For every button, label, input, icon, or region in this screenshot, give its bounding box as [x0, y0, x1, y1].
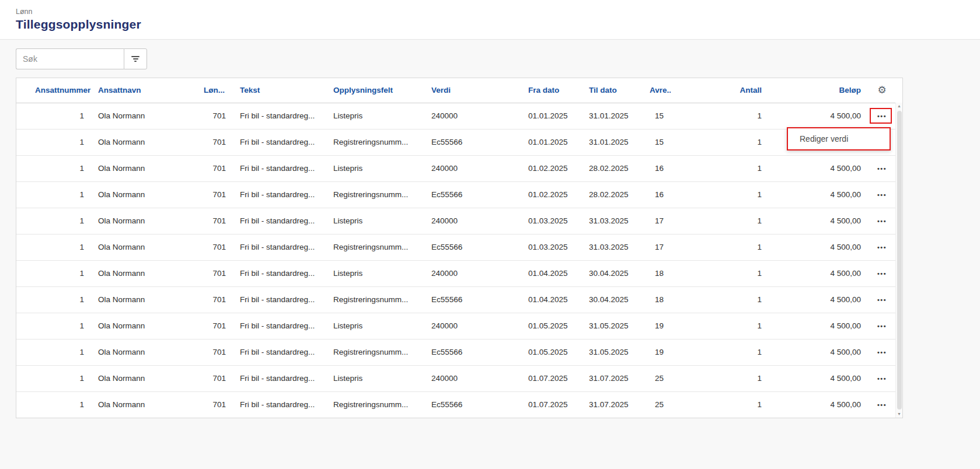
row-actions-button[interactable]: [874, 400, 890, 410]
cell-ansattnavn: Ola Normann: [91, 286, 197, 313]
row-actions-button[interactable]: [874, 111, 890, 121]
cell-opplysningsfelt: Listepris: [326, 103, 424, 129]
ellipsis-icon: [877, 164, 887, 173]
gear-icon[interactable]: [877, 86, 886, 95]
cell-verdi: 240000: [424, 365, 521, 391]
cell-ansattnavn: Ola Normann: [91, 129, 197, 155]
cell-actions: [868, 208, 896, 234]
row-actions-button[interactable]: [874, 295, 890, 304]
cell-verdi: 240000: [424, 208, 521, 234]
column-header-fra_dato[interactable]: Fra dato: [521, 78, 582, 103]
cell-fra_dato: 01.07.2025: [521, 365, 582, 391]
filter-button[interactable]: [124, 48, 147, 69]
column-header-avregning[interactable]: Avre...: [643, 78, 671, 103]
cell-fra_dato: 01.07.2025: [521, 391, 582, 418]
row-actions-button[interactable]: [874, 347, 890, 357]
cell-opplysningsfelt: Registreringsnumm...: [326, 339, 424, 365]
context-menu-item-rediger-verdi[interactable]: Rediger verdi: [788, 134, 890, 144]
ellipsis-icon: [877, 190, 887, 199]
scroll-up-icon[interactable]: [897, 103, 901, 110]
scroll-down-icon[interactable]: [897, 411, 901, 418]
cell-lonnsart: 701: [197, 129, 233, 155]
row-actions-button[interactable]: [874, 190, 890, 200]
cell-ansattnummer: 1: [16, 313, 91, 339]
data-table: AnsattnummerAnsattnavnLøn...TekstOpplysn…: [16, 78, 903, 418]
table-row: 1Ola Normann701Fri bil - standardreg...R…: [16, 129, 896, 155]
cell-fra_dato: 01.03.2025: [521, 234, 582, 260]
cell-verdi: Ec55566: [424, 129, 521, 155]
ellipsis-icon: [877, 295, 887, 304]
column-header-belop[interactable]: Beløp: [769, 78, 868, 103]
column-header-tekst[interactable]: Tekst: [233, 78, 326, 103]
ellipsis-icon: [877, 374, 887, 383]
cell-tekst: Fri bil - standardreg...: [233, 365, 326, 391]
row-actions-button[interactable]: [874, 242, 890, 252]
cell-lonnsart: 701: [197, 208, 233, 234]
cell-verdi: 240000: [424, 260, 521, 286]
table-row: 1Ola Normann701Fri bil - standardreg...R…: [16, 286, 896, 313]
cell-opplysningsfelt: Registreringsnumm...: [326, 286, 424, 313]
cell-lonnsart: 701: [197, 339, 233, 365]
cell-til_dato: 31.03.2025: [582, 234, 643, 260]
page-title: Tilleggsopplysninger: [16, 18, 980, 32]
table-scrollbar[interactable]: [895, 103, 902, 418]
cell-avregning: 18: [643, 260, 671, 286]
cell-antall: 1: [671, 391, 769, 418]
cell-ansattnavn: Ola Normann: [91, 260, 197, 286]
cell-avregning: 15: [643, 103, 671, 129]
column-header-ansattnummer[interactable]: Ansattnummer: [16, 78, 91, 103]
cell-fra_dato: 01.05.2025: [521, 313, 582, 339]
column-header-opplysningsfelt[interactable]: Opplysningsfelt: [326, 78, 424, 103]
cell-til_dato: 31.07.2025: [582, 391, 643, 418]
cell-actions: [868, 365, 896, 391]
column-header-til_dato[interactable]: Til dato: [582, 78, 643, 103]
ellipsis-icon: [877, 348, 887, 356]
cell-tekst: Fri bil - standardreg...: [233, 313, 326, 339]
column-header-ansattnavn[interactable]: Ansattnavn: [91, 78, 197, 103]
cell-antall: 1: [671, 234, 769, 260]
cell-ansattnummer: 1: [16, 208, 91, 234]
row-actions-button[interactable]: [874, 321, 890, 331]
cell-avregning: 17: [643, 208, 671, 234]
cell-actions: [868, 103, 896, 129]
cell-tekst: Fri bil - standardreg...: [233, 155, 326, 181]
cell-fra_dato: 01.02.2025: [521, 181, 582, 208]
cell-ansattnavn: Ola Normann: [91, 208, 197, 234]
column-header-lonnsart[interactable]: Løn...: [197, 78, 233, 103]
cell-avregning: 17: [643, 234, 671, 260]
cell-fra_dato: 01.01.2025: [521, 129, 582, 155]
cell-belop: 4 500,00: [769, 286, 868, 313]
cell-ansattnummer: 1: [16, 286, 91, 313]
cell-opplysningsfelt: Registreringsnumm...: [326, 391, 424, 418]
cell-ansattnummer: 1: [16, 339, 91, 365]
scrollbar-thumb[interactable]: [897, 111, 902, 410]
cell-fra_dato: 01.01.2025: [521, 103, 582, 129]
cell-til_dato: 31.07.2025: [582, 365, 643, 391]
cell-belop: 4 500,00: [769, 181, 868, 208]
cell-antall: 1: [671, 313, 769, 339]
cell-fra_dato: 01.03.2025: [521, 208, 582, 234]
page-header: Lønn Tilleggsopplysninger: [0, 0, 980, 40]
column-settings-header[interactable]: [868, 78, 896, 103]
cell-ansattnummer: 1: [16, 391, 91, 418]
cell-actions: [868, 155, 896, 181]
cell-avregning: 18: [643, 286, 671, 313]
row-actions-button[interactable]: [874, 163, 890, 173]
row-actions-button[interactable]: [874, 216, 890, 226]
search-input[interactable]: [16, 48, 124, 69]
column-header-verdi[interactable]: Verdi: [424, 78, 521, 103]
ellipsis-icon: [877, 400, 887, 409]
cell-opplysningsfelt: Registreringsnumm...: [326, 181, 424, 208]
row-actions-button[interactable]: [874, 373, 890, 383]
cell-belop: 4 500,00: [769, 391, 868, 418]
cell-avregning: 16: [643, 181, 671, 208]
cell-ansattnummer: 1: [16, 234, 91, 260]
cell-actions: [868, 260, 896, 286]
row-actions-button[interactable]: [874, 268, 890, 278]
cell-actions: [868, 313, 896, 339]
cell-actions: [868, 391, 896, 418]
cell-til_dato: 31.01.2025: [582, 129, 643, 155]
cell-actions: [868, 181, 896, 208]
column-header-antall[interactable]: Antall: [671, 78, 769, 103]
cell-avregning: 25: [643, 365, 671, 391]
